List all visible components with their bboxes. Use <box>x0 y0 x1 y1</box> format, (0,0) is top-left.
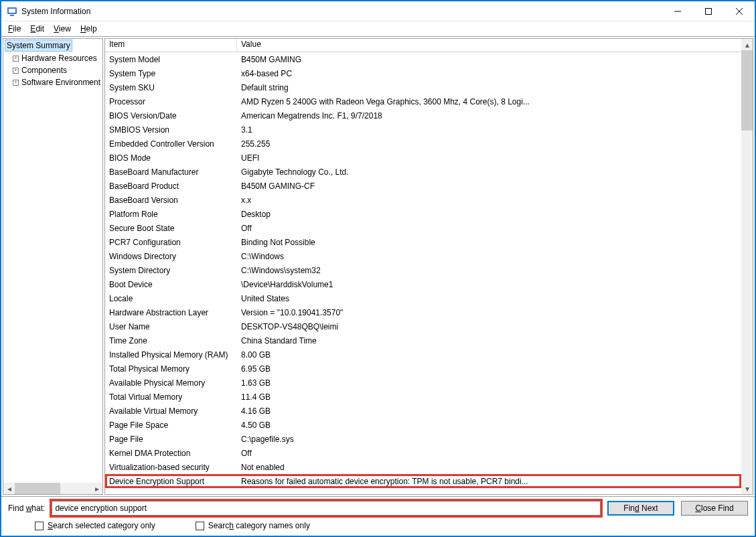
tree-root[interactable]: System Summary <box>3 39 102 52</box>
tree-item-hardware[interactable]: +Hardware Resources <box>3 52 102 64</box>
grid-header: Item Value <box>105 39 753 52</box>
table-row[interactable]: System ModelB450M GAMING <box>105 52 741 66</box>
category-tree[interactable]: System Summary +Hardware Resources +Comp… <box>3 38 103 495</box>
table-row[interactable]: Time ZoneChina Standard Time <box>105 333 741 348</box>
checkbox-icon <box>35 522 44 530</box>
cell-item: Installed Physical Memory (RAM) <box>105 350 237 360</box>
cell-value: China Standard Time <box>237 336 558 346</box>
expand-icon[interactable]: + <box>13 80 19 86</box>
find-next-button[interactable]: Find Next <box>607 501 674 516</box>
cell-value: American Megatrends Inc. F1, 9/7/2018 <box>237 111 558 121</box>
column-header-value[interactable]: Value <box>237 39 753 52</box>
find-input[interactable] <box>52 501 601 516</box>
cell-value: 4.16 GB <box>237 406 558 416</box>
tree-item-label: Hardware Resources <box>21 53 97 64</box>
maximize-button[interactable] <box>693 1 724 21</box>
table-row[interactable]: BaseBoard ProductB450M GAMING-CF <box>105 179 741 193</box>
table-row[interactable]: Kernel DMA ProtectionOff <box>105 446 741 460</box>
table-row[interactable]: Page FileC:\pagefile.sys <box>105 432 741 446</box>
grid-vertical-scrollbar[interactable]: ▴ ▾ <box>741 39 753 494</box>
scrollbar-thumb[interactable] <box>741 50 753 131</box>
scroll-left-icon[interactable]: ◂ <box>3 483 15 494</box>
tree-item-label: Software Environment <box>21 77 100 88</box>
svg-rect-1 <box>9 9 15 13</box>
table-row[interactable]: Virtualization-based securityNot enabled <box>105 460 741 474</box>
table-row[interactable]: ProcessorAMD Ryzen 5 2400G with Radeon V… <box>105 94 741 108</box>
search-selected-only-checkbox[interactable]: Search selected category only <box>35 521 155 530</box>
table-row[interactable]: Windows DirectoryC:\Windows <box>105 249 741 263</box>
table-row[interactable]: PCR7 ConfigurationBinding Not Possible <box>105 235 741 249</box>
tree-root-label: System Summary <box>5 40 72 52</box>
cell-item: System Type <box>105 69 237 78</box>
close-button[interactable] <box>724 1 755 21</box>
table-row[interactable]: Page File Space4.50 GB <box>105 418 741 432</box>
cell-value: Off <box>237 224 558 233</box>
table-row[interactable]: Hardware Abstraction LayerVersion = "10.… <box>105 305 741 319</box>
cell-item: BaseBoard Manufacturer <box>105 167 237 177</box>
minimize-button[interactable] <box>662 1 693 21</box>
table-row[interactable]: BIOS Version/DateAmerican Megatrends Inc… <box>105 108 741 123</box>
cell-item: Page File <box>105 435 237 444</box>
table-row[interactable]: BaseBoard ManufacturerGigabyte Technolog… <box>105 165 741 179</box>
menu-edit[interactable]: Edit <box>26 23 48 34</box>
cell-value: Binding Not Possible <box>237 238 558 247</box>
cell-value: C:\Windows <box>237 252 558 261</box>
cell-value: Gigabyte Technology Co., Ltd. <box>237 167 558 177</box>
cell-item: Platform Role <box>105 210 237 219</box>
table-row[interactable]: Boot Device\Device\HarddiskVolume1 <box>105 277 741 291</box>
menu-help[interactable]: Help <box>76 23 101 34</box>
details-grid: Item Value System ModelB450M GAMINGSyste… <box>104 38 753 495</box>
cell-value: DESKTOP-VS48QBQ\leimi <box>237 322 558 331</box>
table-row[interactable]: BaseBoard Versionx.x <box>105 193 741 207</box>
grid-body[interactable]: System ModelB450M GAMINGSystem Typex64-b… <box>105 52 741 494</box>
cell-item: Kernel DMA Protection <box>105 449 237 458</box>
table-row[interactable]: Installed Physical Memory (RAM)8.00 GB <box>105 348 741 362</box>
scroll-up-icon[interactable]: ▴ <box>741 39 753 50</box>
scrollbar-thumb[interactable] <box>15 483 60 494</box>
menu-view[interactable]: View <box>50 23 75 34</box>
table-row[interactable]: Total Virtual Memory11.4 GB <box>105 390 741 404</box>
cell-value: 8.00 GB <box>237 350 558 360</box>
column-header-item[interactable]: Item <box>105 39 237 52</box>
table-row[interactable]: SMBIOS Version3.1 <box>105 123 741 137</box>
table-row[interactable]: Device Encryption SupportReasons for fai… <box>105 474 741 488</box>
table-row[interactable]: System Typex64-based PC <box>105 66 741 80</box>
titlebar: System Information <box>1 1 755 21</box>
cell-item: BIOS Mode <box>105 153 237 163</box>
table-row[interactable]: Available Physical Memory1.63 GB <box>105 376 741 390</box>
table-row[interactable]: BIOS ModeUEFI <box>105 151 741 165</box>
cell-item: Locale <box>105 294 237 303</box>
cell-value: Version = "10.0.19041.3570" <box>237 308 558 317</box>
tree-item-software[interactable]: +Software Environment <box>3 76 102 88</box>
expand-icon[interactable]: + <box>13 68 19 74</box>
table-row[interactable]: Secure Boot StateOff <box>105 221 741 235</box>
app-icon <box>7 6 17 17</box>
search-category-names-only-checkbox[interactable]: Search category names only <box>196 521 310 530</box>
table-row[interactable]: System DirectoryC:\Windows\system32 <box>105 263 741 277</box>
cell-item: Secure Boot State <box>105 224 237 233</box>
scroll-right-icon[interactable]: ▸ <box>91 483 102 494</box>
cell-value: United States <box>237 294 558 303</box>
find-label: Find what: <box>8 504 45 513</box>
table-row[interactable]: Total Physical Memory6.95 GB <box>105 362 741 376</box>
table-row[interactable]: User NameDESKTOP-VS48QBQ\leimi <box>105 319 741 333</box>
cell-value: 4.50 GB <box>237 420 558 430</box>
cell-value: UEFI <box>237 153 558 163</box>
cell-item: System Model <box>105 55 237 64</box>
tree-horizontal-scrollbar[interactable]: ◂ ▸ <box>3 483 102 494</box>
cell-value: Reasons for failed automatic device encr… <box>237 477 558 486</box>
expand-icon[interactable]: + <box>13 56 19 62</box>
table-row[interactable]: System SKUDefault string <box>105 80 741 94</box>
cell-value: B450M GAMING-CF <box>237 181 558 191</box>
menu-file[interactable]: File <box>4 23 25 34</box>
close-find-button[interactable]: Close Find <box>681 501 748 516</box>
table-row[interactable]: Platform RoleDesktop <box>105 207 741 221</box>
scroll-down-icon[interactable]: ▾ <box>741 483 753 494</box>
table-row[interactable]: Embedded Controller Version255.255 <box>105 137 741 151</box>
tree-item-components[interactable]: +Components <box>3 64 102 76</box>
table-row[interactable]: LocaleUnited States <box>105 291 741 305</box>
cell-value: Not enabled <box>237 463 558 472</box>
cell-value: \Device\HarddiskVolume1 <box>237 280 558 289</box>
table-row[interactable]: Available Virtual Memory4.16 GB <box>105 404 741 418</box>
cell-item: SMBIOS Version <box>105 125 237 135</box>
